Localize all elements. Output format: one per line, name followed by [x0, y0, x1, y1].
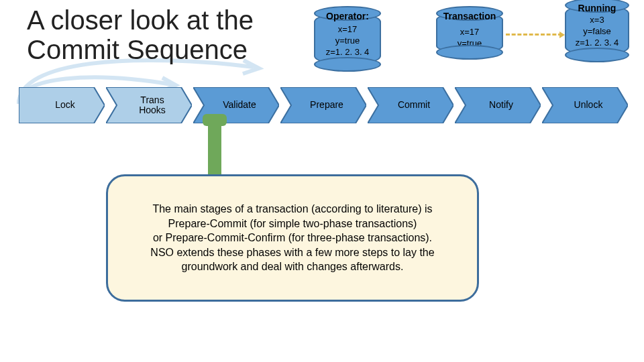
running-cylinder: Running x=3 y=false z=1. 2. 3. 4: [565, 4, 629, 56]
info-callout: The main stages of a transaction (accord…: [106, 174, 479, 302]
step-commit: Commit: [368, 87, 453, 123]
step-lock: Lock: [19, 87, 105, 123]
step-trans-hooks: Trans Hooks: [106, 87, 192, 123]
operator-values: x=17 y=true z=1. 2. 3. 4: [315, 24, 380, 58]
step-label: Commit: [384, 100, 437, 110]
step-notify: Notify: [455, 87, 541, 123]
operator-cylinder: Operator: x=17 y=true z=1. 2. 3. 4: [314, 12, 381, 66]
step-unlock: Unlock: [542, 87, 628, 123]
transaction-cylinder: Transaction x=17 y=true: [436, 12, 503, 54]
step-label: Prepare: [297, 100, 350, 110]
callout-connector: [208, 119, 221, 177]
step-label: Unlock: [561, 100, 610, 110]
running-values: x=3 y=false z=1. 2. 3. 4: [566, 15, 628, 49]
running-label: Running: [566, 3, 628, 13]
dashed-connector: [506, 34, 562, 36]
step-label: Validate: [209, 100, 263, 110]
slide-title: A closer look at the Commit Sequence: [27, 5, 254, 64]
operator-label: Operator:: [315, 11, 380, 21]
step-label: Notify: [476, 100, 520, 110]
step-prepare: Prepare: [280, 87, 366, 123]
step-label: Trans Hooks: [125, 95, 172, 116]
step-label: Lock: [42, 100, 82, 110]
callout-text: The main stages of a transaction (accord…: [150, 202, 434, 274]
commit-sequence-steps: LockTrans HooksValidatePrepareCommitNoti…: [19, 87, 628, 123]
transaction-label: Transaction: [437, 11, 502, 21]
